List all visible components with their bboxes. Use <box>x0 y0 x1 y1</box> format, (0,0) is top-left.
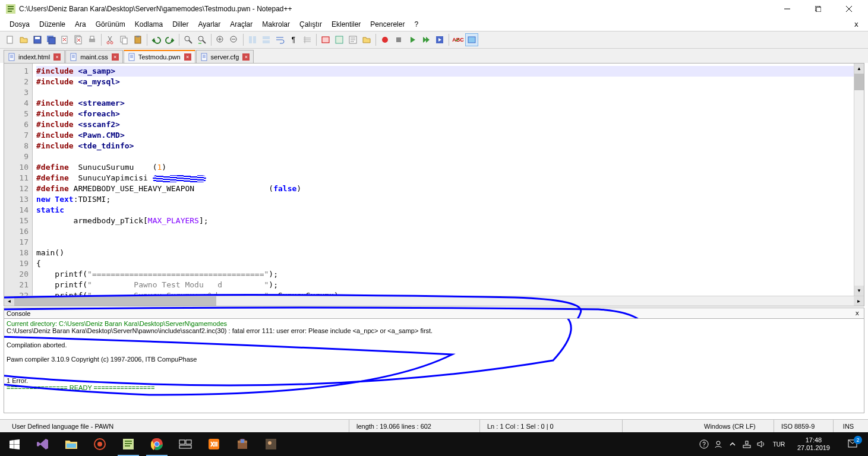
find-button[interactable] <box>182 33 195 46</box>
start-button[interactable] <box>0 432 29 456</box>
menu-makrolar[interactable]: Makrolar <box>257 19 295 30</box>
tab-close-icon[interactable]: × <box>53 53 61 61</box>
task-winrar[interactable] <box>228 432 257 456</box>
code-line[interactable] <box>36 151 854 162</box>
close-button[interactable] <box>836 1 862 17</box>
code-line[interactable]: #define ARMEDBODY_USE_HEAVY_WEAPON (fals… <box>36 183 854 194</box>
tray-people-icon[interactable] <box>713 432 724 456</box>
vertical-scrollbar[interactable]: ▲ ▼ <box>854 64 864 296</box>
macro-play-button[interactable] <box>406 33 419 46</box>
redo-button[interactable] <box>163 33 176 46</box>
tab-server-cfg[interactable]: server.cfg× <box>196 50 254 63</box>
task-app-red[interactable] <box>86 432 114 456</box>
language-user-button[interactable] <box>319 33 332 46</box>
code-line[interactable]: #include <Pawn.CMD> <box>36 130 854 141</box>
macro-save-button[interactable] <box>433 33 446 46</box>
open-file-button[interactable] <box>17 33 30 46</box>
menu-pencereler[interactable]: Pencereler <box>365 19 409 30</box>
code-line[interactable]: printf("================================… <box>36 269 854 280</box>
zoom-in-button[interactable] <box>214 33 227 46</box>
menu-düzenle[interactable]: Düzenle <box>34 19 70 30</box>
zoom-out-button[interactable] <box>228 33 241 46</box>
code-area[interactable]: #include <a_samp>#include <a_mysql>#incl… <box>33 64 854 296</box>
doc-map-button[interactable] <box>333 33 346 46</box>
new-file-button[interactable] <box>4 33 17 46</box>
menu-görünüm[interactable]: Görünüm <box>91 19 130 30</box>
task-xampp[interactable] <box>200 432 228 456</box>
tab-maint-css[interactable]: maint.css× <box>65 50 122 63</box>
maximize-button[interactable] <box>805 1 831 17</box>
task-explorer[interactable] <box>57 432 86 456</box>
tray-chevron-up-icon[interactable] <box>727 432 738 456</box>
save-all-button[interactable] <box>45 33 58 46</box>
macro-stop-button[interactable] <box>392 33 405 46</box>
menu-araçlar[interactable]: Araçlar <box>225 19 257 30</box>
wordwrap-button[interactable] <box>273 33 286 46</box>
code-line[interactable]: #include <a_samp> <box>36 66 854 77</box>
task-app-image[interactable] <box>257 432 285 456</box>
func-list-button[interactable] <box>346 33 359 46</box>
tray-clock[interactable]: 17:48 27.01.2019 <box>791 436 836 452</box>
menu-kodlama[interactable]: Kodlama <box>130 19 168 30</box>
code-line[interactable]: printf(" Sunucu Surumu: v%d ", SunucuSur… <box>36 290 854 296</box>
code-line[interactable]: armedbody_pTick[MAX_PLAYERS]; <box>36 216 854 226</box>
cut-button[interactable] <box>104 33 117 46</box>
tray-help-icon[interactable]: ? <box>699 432 709 456</box>
horizontal-scrollbar[interactable]: ◄ ► <box>4 296 864 306</box>
print-button[interactable] <box>86 33 99 46</box>
code-line[interactable]: #define SunucuSurumu (1) <box>36 162 854 173</box>
mdi-close-icon[interactable]: x <box>850 20 863 28</box>
copy-button[interactable] <box>118 33 131 46</box>
replace-button[interactable] <box>195 33 209 46</box>
menu-ayarlar[interactable]: Ayarlar <box>193 19 225 30</box>
code-line[interactable]: #define SunucuYapimcisi <box>36 173 854 183</box>
task-notepadpp[interactable] <box>114 432 143 456</box>
spellcheck-button[interactable]: ABC <box>452 33 465 46</box>
indent-guide-button[interactable] <box>301 33 314 46</box>
close-all-button[interactable] <box>72 33 85 46</box>
tray-language-icon[interactable]: TUR <box>770 432 788 456</box>
code-line[interactable]: #include <tde_tdinfo> <box>36 141 854 151</box>
tab-Testmodu-pwn[interactable]: Testmodu.pwn× <box>124 50 195 63</box>
tray-network-icon[interactable] <box>741 432 752 456</box>
menu-ara[interactable]: Ara <box>70 19 91 30</box>
minimize-button[interactable] <box>774 1 800 17</box>
console-panel[interactable]: Current directory: C:\Users\Deniz Baran … <box>4 318 864 413</box>
code-line[interactable]: new Text:TDISMI; <box>36 194 854 205</box>
code-line[interactable]: static <box>36 205 854 216</box>
menu-çalıştır[interactable]: Çalıştır <box>295 19 327 30</box>
menu-eklentiler[interactable]: Eklentiler <box>327 19 365 30</box>
folder-button[interactable] <box>360 33 373 46</box>
task-taskview[interactable] <box>171 432 200 456</box>
task-visualstudio[interactable] <box>29 432 57 456</box>
save-button[interactable] <box>31 33 44 46</box>
code-line[interactable] <box>36 87 854 98</box>
undo-button[interactable] <box>150 33 163 46</box>
code-line[interactable]: main() <box>36 248 854 258</box>
task-chrome[interactable] <box>143 432 171 456</box>
tab-close-icon[interactable]: × <box>184 53 191 61</box>
menu-?[interactable]: ? <box>409 19 423 30</box>
macro-record-button[interactable] <box>378 33 392 46</box>
code-line[interactable]: { <box>36 258 854 269</box>
tab-close-icon[interactable]: × <box>242 53 250 61</box>
code-line[interactable] <box>36 226 854 237</box>
sync-h-button[interactable] <box>260 33 273 46</box>
code-line[interactable]: #include <foreach> <box>36 109 854 119</box>
code-line[interactable]: printf(" Pawno Test Modu d "); <box>36 280 854 290</box>
close-file-button[interactable] <box>58 33 71 46</box>
tray-notifications[interactable]: 2 <box>839 432 866 456</box>
show-all-chars-button[interactable]: ¶ <box>287 33 300 46</box>
console-close-icon[interactable]: x <box>853 309 861 317</box>
tray-volume-icon[interactable] <box>756 432 766 456</box>
sync-v-button[interactable] <box>246 33 259 46</box>
code-line[interactable]: #include <a_mysql> <box>36 77 854 87</box>
code-line[interactable]: #include <streamer> <box>36 98 854 109</box>
macro-play-multi-button[interactable] <box>419 33 433 46</box>
compile-button[interactable] <box>465 33 478 46</box>
menu-diller[interactable]: Diller <box>168 19 193 30</box>
code-line[interactable]: #include <sscanf2> <box>36 119 854 130</box>
code-line[interactable] <box>36 237 854 248</box>
tab-indext-html[interactable]: indext.html× <box>4 50 65 63</box>
menu-dosya[interactable]: Dosya <box>5 19 34 30</box>
